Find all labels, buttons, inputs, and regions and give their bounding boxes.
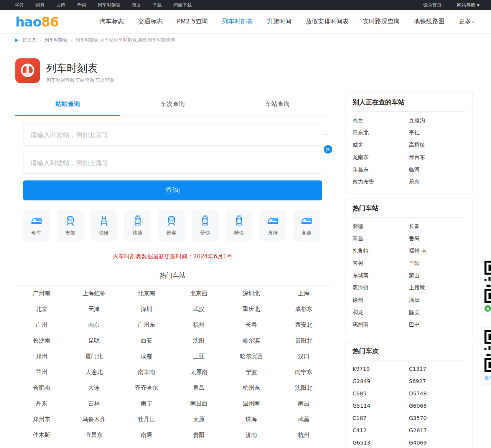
- station-link[interactable]: 昆明: [68, 333, 120, 349]
- train-type-card[interactable]: 市郊: [57, 210, 84, 241]
- station-link[interactable]: 北京: [15, 301, 68, 317]
- station-link[interactable]: 丹东: [15, 396, 68, 412]
- train-type-card[interactable]: 普客: [158, 210, 185, 241]
- station-link[interactable]: 贵阳北: [277, 333, 330, 349]
- station-link[interactable]: 福州: [173, 317, 225, 333]
- sidebar-list-item[interactable]: C685: [353, 387, 409, 400]
- search-tab[interactable]: 站站查询: [15, 94, 120, 116]
- search-tab[interactable]: 车站查询: [225, 94, 330, 116]
- sidebar-list-item[interactable]: 长春: [409, 220, 465, 232]
- station-link[interactable]: 上海: [277, 286, 330, 301]
- sidebar-list-item[interactable]: 临河: [409, 163, 465, 175]
- top-link[interactable]: 下载: [153, 2, 162, 8]
- sidebar-list-item[interactable]: 上腰墩: [409, 281, 465, 294]
- station-link[interactable]: 上海虹桥: [68, 286, 120, 301]
- sidebar-list-item[interactable]: 乐东: [409, 175, 465, 188]
- sidebar-list-item[interactable]: C1317: [409, 363, 465, 375]
- sidebar-list-item[interactable]: K9719: [353, 363, 409, 375]
- station-link[interactable]: 乌鲁木齐: [68, 412, 120, 427]
- station-link[interactable]: 大连北: [68, 364, 120, 380]
- sidebar-list-item[interactable]: 东城南: [353, 269, 409, 281]
- sidebar-list-item[interactable]: 乐昌东: [353, 163, 409, 175]
- sidebar-list-item[interactable]: 徐州: [353, 294, 409, 306]
- station-link[interactable]: 成都: [120, 349, 173, 364]
- top-link[interactable]: 字典: [15, 2, 24, 8]
- station-link[interactable]: 广州东: [120, 317, 173, 333]
- sidebar-list-item[interactable]: G6513: [353, 436, 409, 448]
- station-link[interactable]: 深圳北: [225, 286, 278, 301]
- station-link[interactable]: 南通: [120, 427, 173, 443]
- station-link[interactable]: 青岛: [173, 380, 225, 396]
- sidebar-list-item[interactable]: 双河镇: [353, 281, 409, 294]
- station-link[interactable]: 南昌: [277, 396, 330, 412]
- sidebar-list-item[interactable]: 扎鲁特: [353, 245, 409, 257]
- station-link[interactable]: 三亚: [173, 349, 225, 364]
- top-link[interactable]: 范文: [132, 2, 141, 8]
- station-link[interactable]: 太原南: [173, 364, 225, 380]
- train-type-card[interactable]: 特快: [226, 210, 252, 241]
- swap-stations-button[interactable]: 换: [324, 145, 332, 154]
- breadcrumb-section[interactable]: 列车时刻表: [44, 37, 68, 43]
- station-link[interactable]: 广州南: [15, 286, 68, 301]
- sidebar-list-item[interactable]: 杏树: [353, 257, 409, 269]
- nav-item[interactable]: 交通标志: [138, 18, 164, 26]
- query-button[interactable]: 查询: [23, 180, 322, 200]
- sidebar-list-item[interactable]: 南昌: [353, 232, 409, 245]
- station-link[interactable]: 济南: [225, 427, 278, 443]
- station-link[interactable]: 郑州东: [15, 412, 68, 427]
- sidebar-list-item[interactable]: 陇县: [409, 306, 465, 318]
- station-link[interactable]: 南宁东: [277, 364, 330, 380]
- station-link[interactable]: 南京南: [120, 364, 173, 380]
- station-link[interactable]: 哈尔滨: [225, 333, 278, 349]
- station-link[interactable]: 沈阳北: [277, 380, 330, 396]
- top-right-link[interactable]: 设为首页: [423, 2, 443, 8]
- departure-station-input[interactable]: [23, 124, 322, 145]
- station-link[interactable]: 深圳: [120, 301, 173, 317]
- station-link[interactable]: 合肥南: [15, 380, 68, 396]
- train-type-card[interactable]: 高速: [293, 210, 320, 241]
- nav-item[interactable]: 汽车标志: [99, 18, 125, 26]
- sidebar-list-item[interactable]: 高桥镇: [409, 139, 465, 151]
- station-link[interactable]: 齐齐哈尔: [120, 380, 173, 396]
- sidebar-list-item[interactable]: G2817: [409, 424, 465, 436]
- station-link[interactable]: 武昌: [277, 412, 330, 427]
- station-link[interactable]: 兰州: [15, 364, 68, 380]
- sidebar-list-item[interactable]: C187: [353, 412, 409, 424]
- sidebar-list-item[interactable]: 三阳: [409, 257, 465, 269]
- station-link[interactable]: 贵阳: [173, 427, 225, 443]
- station-link[interactable]: 杭州东: [225, 380, 278, 396]
- qr-widget-bottom[interactable]: 微信: [482, 327, 491, 384]
- station-link[interactable]: 南宁: [120, 396, 173, 412]
- sidebar-list-item[interactable]: 番禺: [409, 232, 465, 245]
- sidebar-list-item[interactable]: 邢台东: [409, 151, 465, 163]
- station-link[interactable]: 宁波: [225, 364, 278, 380]
- sidebar-list-item[interactable]: 满归: [409, 294, 465, 306]
- sidebar-list-item[interactable]: G3570: [409, 412, 465, 424]
- station-link[interactable]: 吉林: [68, 396, 120, 412]
- top-link[interactable]: 古诗: [56, 2, 65, 8]
- breadcrumb-root[interactable]: 好工具: [23, 37, 36, 43]
- sidebar-list-item[interactable]: 五道沟: [409, 114, 465, 126]
- sidebar-list-item[interactable]: 龙南东: [353, 151, 409, 163]
- train-type-card[interactable]: 普快: [192, 210, 219, 241]
- sidebar-list-item[interactable]: D5748: [409, 387, 465, 400]
- train-type-card[interactable]: 快速: [124, 210, 151, 241]
- station-link[interactable]: 沈阳: [173, 333, 225, 349]
- station-link[interactable]: 重庆北: [225, 301, 278, 317]
- nav-item[interactable]: 升旗时间: [267, 18, 293, 26]
- train-type-card[interactable]: 快慢: [91, 210, 117, 241]
- sidebar-list-item[interactable]: 田东北: [353, 126, 409, 139]
- top-link[interactable]: 单词: [77, 2, 86, 8]
- station-link[interactable]: 广州: [15, 317, 68, 333]
- station-link[interactable]: 长春: [225, 317, 278, 333]
- station-link[interactable]: 南昌西: [173, 396, 225, 412]
- train-type-card[interactable]: 直特: [259, 210, 286, 241]
- sidebar-list-item[interactable]: 蒙山: [409, 269, 465, 281]
- station-link[interactable]: 武汉: [173, 301, 225, 317]
- station-link[interactable]: 太原: [173, 412, 225, 427]
- station-link[interactable]: 西安北: [277, 317, 330, 333]
- qr-widget-top[interactable]: e: [482, 258, 491, 314]
- nav-item[interactable]: 实时路况查询: [363, 18, 401, 26]
- nav-item[interactable]: PM2.5查询: [177, 18, 209, 26]
- nav-item[interactable]: 地铁线路图: [414, 18, 446, 26]
